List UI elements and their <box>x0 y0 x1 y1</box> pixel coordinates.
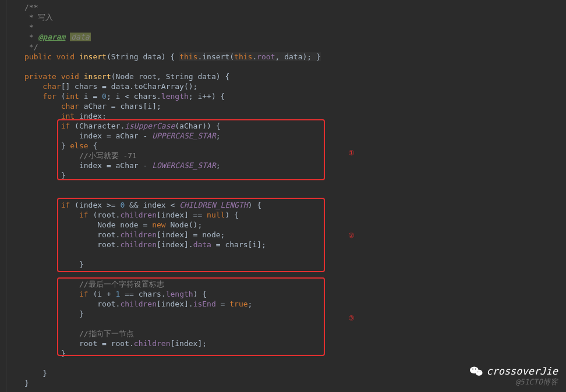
highlight-box-1 <box>57 119 325 180</box>
indent <box>24 349 61 358</box>
indent <box>24 122 61 130</box>
watermark-sub: @51CTO博客 <box>470 377 558 387</box>
comment: * <box>24 23 34 31</box>
watermark: crossoverJie @51CTO博客 <box>470 365 558 387</box>
sig: (Node root, String data) { <box>111 72 230 81</box>
code-line: for (int i = 0; i < chars.length; i++) { <box>8 91 566 101</box>
keyword: this <box>234 52 252 61</box>
javadoc-param: @param <box>38 33 65 41</box>
gutter-border <box>6 0 6 392</box>
keyword: int <box>65 92 83 101</box>
keyword: public <box>24 52 56 61</box>
field: root <box>257 52 275 61</box>
code-line: * 写入 <box>8 12 566 22</box>
indent <box>24 171 61 180</box>
blank-line <box>8 180 566 190</box>
rest: aChar = chars[i]; <box>84 102 161 111</box>
rest: [] chars = data.toCharArray(); <box>61 82 198 91</box>
marker-3: ③ <box>348 314 355 322</box>
v: i = <box>84 92 102 101</box>
indent <box>24 369 43 377</box>
svg-point-2 <box>472 369 473 370</box>
svg-point-5 <box>480 372 480 372</box>
watermark-text: crossoverJie <box>486 365 558 377</box>
marker-1: ① <box>348 149 355 157</box>
brace: } <box>43 369 47 377</box>
comment: * 写入 <box>24 13 53 22</box>
number: 0 <box>102 92 107 101</box>
call: insert <box>202 52 229 61</box>
highlight-box-3 <box>57 277 325 356</box>
comment: * <box>24 33 38 41</box>
keyword: private <box>24 72 61 81</box>
svg-point-4 <box>477 372 478 372</box>
marker-2: ② <box>348 231 355 240</box>
keyword: char <box>43 82 61 91</box>
code-line: private void insert(Node root, String da… <box>8 72 566 81</box>
keyword: void <box>61 72 84 81</box>
keyword: this <box>179 52 197 61</box>
indent <box>24 102 61 111</box>
code-line: */ <box>8 42 566 52</box>
code-line: char aChar = chars[i]; <box>8 101 566 111</box>
javadoc-param-name: data <box>70 33 90 41</box>
method-name: insert <box>79 52 107 61</box>
rest: , data); <box>275 52 316 61</box>
blank-line <box>8 62 566 72</box>
svg-point-3 <box>475 369 476 370</box>
keyword: void <box>56 52 79 61</box>
keyword: for <box>43 92 61 101</box>
indent <box>24 92 43 101</box>
code-line: * <box>8 22 566 32</box>
indent <box>24 201 61 209</box>
paren: ( <box>229 52 234 61</box>
brace: } <box>316 52 321 61</box>
code-line: public void insert(String data) { this.i… <box>8 52 566 62</box>
brace: } <box>24 379 29 387</box>
indent <box>24 82 43 91</box>
method-name: insert <box>84 72 111 81</box>
code-line: /** <box>8 2 566 12</box>
comment: /** <box>24 3 38 12</box>
wechat-icon <box>470 366 483 376</box>
keyword: char <box>61 102 84 111</box>
indent <box>24 112 61 120</box>
v: ; i < chars. <box>107 92 161 101</box>
v: ; i++) { <box>189 92 225 101</box>
indent <box>24 141 61 150</box>
svg-point-1 <box>476 370 483 376</box>
highlight-box-2 <box>57 198 325 272</box>
field: length <box>161 92 189 101</box>
comment: */ <box>24 42 38 51</box>
code-line: * @param data <box>8 32 566 42</box>
sig: (String data) { <box>107 52 179 61</box>
code-line: char[] chars = data.toCharArray(); <box>8 81 566 91</box>
